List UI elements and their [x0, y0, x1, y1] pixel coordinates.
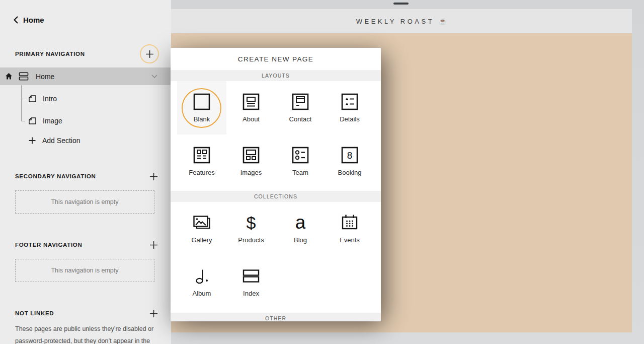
footer-navigation-header: FOOTER NAVIGATION: [15, 239, 159, 251]
collections-section-header: COLLECTIONS: [171, 191, 381, 202]
page-type-blog[interactable]: a Blog: [276, 202, 325, 255]
page-type-products[interactable]: $ Products: [226, 202, 276, 255]
add-section-label: Add Section: [42, 136, 80, 145]
section-item-image[interactable]: Image: [29, 114, 62, 128]
details-icon: [340, 92, 359, 111]
section-item-label: Image: [43, 117, 62, 125]
chevron-down-icon[interactable]: [151, 75, 157, 79]
primary-navigation-header: PRIMARY NAVIGATION: [15, 44, 159, 63]
page-type-label: Products: [238, 236, 264, 244]
site-header: WEEKLY ROAST ☕: [171, 9, 632, 33]
page-type-label: Blank: [194, 115, 210, 123]
secondary-navigation-header: SECONDARY NAVIGATION: [15, 170, 159, 182]
secondary-navigation-empty: This navigation is empty: [15, 190, 154, 214]
page-section-icon: [29, 117, 36, 124]
sidebar-item-home[interactable]: Home: [0, 67, 171, 85]
tree-line: [21, 121, 25, 121]
section-title: NOT LINKED: [15, 310, 54, 316]
page-type-blank[interactable]: Blank: [177, 81, 226, 134]
page-type-label: Gallery: [191, 236, 212, 244]
layouts-grid: Blank About Contact Details Features: [171, 81, 381, 188]
section-title: SECONDARY NAVIGATION: [15, 173, 96, 179]
plus-icon: [149, 309, 158, 318]
products-icon: $: [247, 213, 256, 232]
page-type-label: Blog: [294, 236, 307, 244]
section-title: FOOTER NAVIGATION: [15, 242, 83, 248]
page-type-label: Team: [292, 169, 308, 176]
site-title: WEEKLY ROAST: [356, 18, 434, 25]
plus-icon: [149, 172, 158, 181]
page-type-booking[interactable]: 8 Booking: [325, 134, 374, 188]
page-type-label: Index: [243, 290, 259, 297]
index-icon: [242, 266, 261, 286]
footer-navigation-empty: This navigation is empty: [15, 259, 154, 282]
plus-icon: [149, 240, 158, 250]
about-icon: [242, 92, 261, 111]
home-icon: [5, 73, 13, 80]
page-type-label: Contact: [289, 115, 312, 123]
add-section-button[interactable]: Add Section: [28, 133, 80, 148]
album-icon: [192, 266, 211, 286]
page-type-album[interactable]: Album: [177, 255, 226, 309]
blog-icon: a: [295, 213, 306, 232]
empty-navigation-text: This navigation is empty: [51, 198, 118, 205]
sidebar-item-label: Home: [36, 73, 54, 81]
booking-icon: 8: [340, 146, 359, 165]
tree-line: [21, 85, 22, 121]
layouts-section-header: LAYOUTS: [171, 70, 381, 81]
page-type-label: Events: [340, 236, 360, 244]
page-type-about[interactable]: About: [226, 81, 276, 134]
page-type-label: Details: [340, 115, 360, 123]
not-linked-description: These pages are public unless they’re di…: [15, 323, 155, 344]
page-type-details[interactable]: Details: [325, 81, 374, 134]
contact-icon: [291, 92, 310, 111]
add-secondary-page-button[interactable]: [148, 171, 159, 182]
create-new-page-modal: CREATE NEW PAGE LAYOUTS Blank About Cont…: [171, 48, 381, 321]
blank-icon: [192, 92, 211, 111]
page-type-label: Album: [193, 290, 211, 297]
pages-sidebar: Home PRIMARY NAVIGATION Home Intro Image…: [0, 0, 171, 344]
add-not-linked-page-button[interactable]: [148, 308, 159, 319]
other-section-header: OTHER: [171, 313, 381, 321]
section-item-intro[interactable]: Intro: [29, 92, 57, 106]
not-linked-header: NOT LINKED: [15, 307, 159, 319]
preview-resize-handle: [393, 3, 409, 5]
svg-text:8: 8: [347, 150, 353, 161]
section-item-label: Intro: [43, 95, 57, 103]
page-type-contact[interactable]: Contact: [276, 81, 325, 134]
add-page-button[interactable]: [140, 44, 159, 63]
chevron-left-icon: [14, 16, 18, 24]
back-label: Home: [23, 16, 44, 24]
page-type-label: Booking: [338, 169, 362, 176]
gallery-icon: [192, 213, 211, 232]
images-icon: [242, 146, 261, 165]
section-title: PRIMARY NAVIGATION: [15, 51, 85, 57]
plus-icon: [28, 136, 36, 145]
page-type-index[interactable]: Index: [226, 255, 276, 309]
add-footer-page-button[interactable]: [148, 239, 159, 250]
page-type-events[interactable]: Events: [325, 202, 374, 255]
modal-title: CREATE NEW PAGE: [171, 48, 381, 70]
back-button[interactable]: Home: [14, 16, 44, 24]
page-type-gallery[interactable]: Gallery: [177, 202, 226, 255]
empty-navigation-text: This navigation is empty: [51, 267, 118, 274]
index-page-icon: [19, 72, 29, 81]
page-type-images[interactable]: Images: [226, 134, 276, 188]
team-icon: [291, 146, 310, 165]
tree-line: [21, 99, 25, 99]
plus-icon: [145, 49, 154, 59]
page-type-team[interactable]: Team: [276, 134, 325, 188]
page-type-label: Features: [189, 169, 214, 176]
page-type-label: Images: [240, 169, 262, 176]
page-section-icon: [29, 95, 36, 102]
events-icon: [340, 213, 359, 232]
page-type-label: About: [243, 115, 260, 123]
collections-grid: Gallery $ Products a Blog Events Album: [171, 202, 381, 309]
coffee-cup-icon: ☕: [439, 18, 447, 25]
page-type-features[interactable]: Features: [177, 134, 226, 188]
features-icon: [192, 146, 211, 165]
